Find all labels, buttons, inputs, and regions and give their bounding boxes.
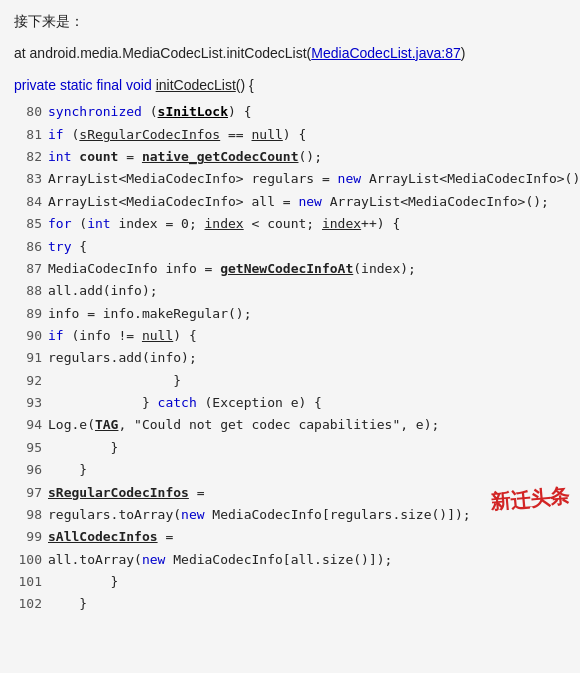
line-number: 100 [14,549,42,571]
line-code: if (info != null) { [48,325,566,347]
line-code: int count = native_getCodecCount(); [48,146,566,168]
code-block: 80synchronized (sInitLock) {81if (sRegul… [14,101,566,615]
stack-link[interactable]: MediaCodecList.java:87 [311,45,460,61]
method-signature: private static final void initCodecList(… [14,74,566,98]
code-line: 97sRegularCodecInfos = [14,482,566,504]
line-code: if (sRegularCodecInfos == null) { [48,124,566,146]
line-code: } catch (Exception e) { [48,392,566,414]
line-number: 91 [14,347,42,369]
stack-text: at android.media.MediaCodecList.initCode… [14,45,311,61]
code-line: 90if (info != null) { [14,325,566,347]
line-code: Log.e(TAG, "Could not get codec capabili… [48,414,566,436]
code-line: 101 } [14,571,566,593]
code-line: 93 } catch (Exception e) { [14,392,566,414]
line-number: 98 [14,504,42,526]
line-number: 99 [14,526,42,548]
code-line: 92 } [14,370,566,392]
line-number: 85 [14,213,42,235]
line-number: 92 [14,370,42,392]
line-code: synchronized (sInitLock) { [48,101,566,123]
page-content: 接下来是： at android.media.MediaCodecList.in… [0,0,580,626]
code-line: 87MediaCodecInfo info = getNewCodecInfoA… [14,258,566,280]
line-number: 97 [14,482,42,504]
code-line: 102 } [14,593,566,615]
line-code: try { [48,236,566,258]
code-line: 94Log.e(TAG, "Could not get codec capabi… [14,414,566,436]
line-code: all.add(info); [48,280,566,302]
line-code: sRegularCodecInfos = [48,482,566,504]
line-number: 81 [14,124,42,146]
line-code: } [48,593,566,615]
line-number: 93 [14,392,42,414]
code-line: 80synchronized (sInitLock) { [14,101,566,123]
code-line: 91regulars.add(info); [14,347,566,369]
code-line: 99sAllCodecInfos = [14,526,566,548]
line-number: 86 [14,236,42,258]
line-number: 94 [14,414,42,436]
intro-prefix: 接下来是： [14,10,566,34]
line-number: 80 [14,101,42,123]
line-number: 89 [14,303,42,325]
line-code: for (int index = 0; index < count; index… [48,213,566,235]
code-line: 83ArrayList<MediaCodecInfo> regulars = n… [14,168,566,190]
line-number: 101 [14,571,42,593]
code-line: 84ArrayList<MediaCodecInfo> all = new Ar… [14,191,566,213]
line-code: ArrayList<MediaCodecInfo> regulars = new… [48,168,580,190]
code-line: 86try { [14,236,566,258]
line-number: 90 [14,325,42,347]
line-number: 84 [14,191,42,213]
line-code: regulars.add(info); [48,347,566,369]
line-number: 95 [14,437,42,459]
line-number: 88 [14,280,42,302]
code-line: 100all.toArray(new MediaCodecInfo[all.si… [14,549,566,571]
line-code: regulars.toArray(new MediaCodecInfo[regu… [48,504,566,526]
line-code: } [48,437,566,459]
line-number: 82 [14,146,42,168]
line-code: } [48,571,566,593]
line-code: all.toArray(new MediaCodecInfo[all.size(… [48,549,566,571]
line-code: } [48,370,566,392]
stack-trace: at android.media.MediaCodecList.initCode… [14,42,566,66]
line-code: } [48,459,566,481]
line-number: 96 [14,459,42,481]
code-line: 89info = info.makeRegular(); [14,303,566,325]
code-line: 85for (int index = 0; index < count; ind… [14,213,566,235]
code-line: 81if (sRegularCodecInfos == null) { [14,124,566,146]
code-line: 95 } [14,437,566,459]
code-line: 88all.add(info); [14,280,566,302]
code-line: 82int count = native_getCodecCount(); [14,146,566,168]
line-code: sAllCodecInfos = [48,526,566,548]
line-number: 83 [14,168,42,190]
line-code: MediaCodecInfo info = getNewCodecInfoAt(… [48,258,566,280]
line-code: info = info.makeRegular(); [48,303,566,325]
line-number: 87 [14,258,42,280]
line-code: ArrayList<MediaCodecInfo> all = new Arra… [48,191,566,213]
line-number: 102 [14,593,42,615]
code-line: 96 } [14,459,566,481]
code-line: 98regulars.toArray(new MediaCodecInfo[re… [14,504,566,526]
